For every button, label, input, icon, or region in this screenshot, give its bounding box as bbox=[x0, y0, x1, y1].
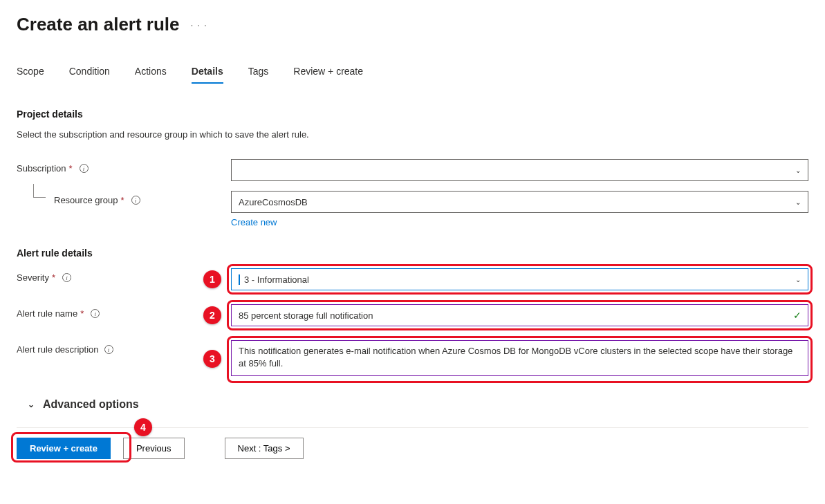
info-icon[interactable]: i bbox=[131, 196, 140, 205]
review-create-button[interactable]: Review + create bbox=[17, 438, 111, 459]
required-indicator: * bbox=[52, 272, 55, 283]
resource-group-label: Resource group * i bbox=[17, 191, 231, 205]
required-indicator: * bbox=[80, 308, 84, 319]
info-icon[interactable]: i bbox=[91, 309, 100, 318]
chevron-down-icon: ⌄ bbox=[28, 400, 35, 409]
previous-button[interactable]: Previous bbox=[123, 438, 185, 459]
required-indicator: * bbox=[121, 195, 124, 205]
info-icon[interactable]: i bbox=[104, 345, 113, 354]
project-details-desc: Select the subscription and resource gro… bbox=[17, 129, 808, 140]
advanced-options-toggle[interactable]: ⌄ Advanced options bbox=[28, 398, 808, 411]
resource-group-select[interactable]: AzureCosmosDB ⌄ bbox=[231, 191, 808, 213]
tab-scope[interactable]: Scope bbox=[17, 60, 44, 84]
tabs: Scope Condition Actions Details Tags Rev… bbox=[17, 60, 808, 84]
page-title: Create an alert rule bbox=[17, 14, 180, 35]
alert-rule-name-input[interactable] bbox=[231, 304, 808, 326]
tab-details[interactable]: Details bbox=[192, 60, 223, 84]
subscription-select[interactable]: ⌄ bbox=[231, 159, 808, 181]
alert-rule-description-input[interactable] bbox=[231, 340, 808, 376]
checkmark-icon: ✓ bbox=[793, 310, 801, 321]
alert-rule-description-label: Alert rule description i bbox=[17, 340, 231, 355]
required-indicator: * bbox=[69, 163, 73, 174]
tab-tags[interactable]: Tags bbox=[248, 60, 269, 84]
severity-label: Severity * i bbox=[17, 268, 231, 283]
subscription-label: Subscription * i bbox=[17, 159, 231, 174]
indent-line bbox=[33, 184, 46, 198]
chevron-down-icon: ⌄ bbox=[795, 167, 801, 174]
info-icon[interactable]: i bbox=[62, 273, 71, 282]
chevron-down-icon: ⌄ bbox=[795, 198, 801, 206]
chevron-down-icon: ⌄ bbox=[795, 276, 801, 283]
info-icon[interactable]: i bbox=[80, 164, 89, 173]
project-details-title: Project details bbox=[17, 109, 808, 120]
annotation-4: 4 bbox=[134, 418, 152, 436]
alert-rule-name-label: Alert rule name * i bbox=[17, 304, 231, 319]
more-icon[interactable]: · · · bbox=[191, 19, 207, 30]
next-button[interactable]: Next : Tags > bbox=[225, 438, 304, 459]
tab-actions[interactable]: Actions bbox=[135, 60, 167, 84]
create-new-link[interactable]: Create new bbox=[231, 217, 277, 227]
alert-rule-details-title: Alert rule details bbox=[17, 248, 808, 259]
severity-select[interactable]: 3 - Informational ⌄ bbox=[231, 268, 808, 290]
advanced-options-label: Advanced options bbox=[43, 398, 139, 411]
tab-condition[interactable]: Condition bbox=[69, 60, 110, 84]
tab-review[interactable]: Review + create bbox=[293, 60, 363, 84]
